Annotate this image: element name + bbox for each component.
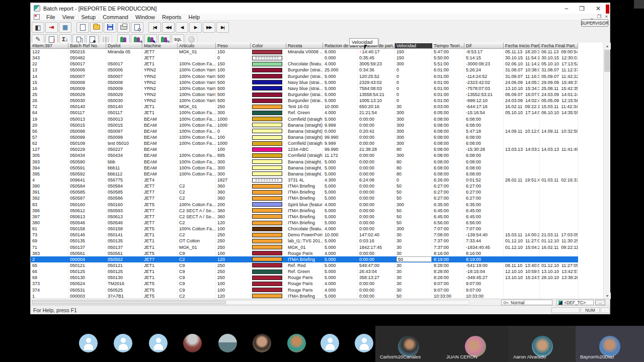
menu-item-setup[interactable]: Setup <box>77 14 99 20</box>
table-row[interactable]: 81050158050158JET5100% Cotton Fa...100Ch… <box>31 226 578 232</box>
print-preview-button[interactable] <box>131 22 143 33</box>
close-button[interactable]: ✕ <box>596 5 601 12</box>
table-row[interactable]: 4009641056775JET41827?????????3731 4L4.3… <box>31 177 578 183</box>
table-row[interactable]: 16050009050009YRN2100% Cotton Yarn500Nav… <box>31 85 578 92</box>
table-row[interactable]: 305050434050434BEAM100% Cotton Fa...895C… <box>31 152 578 158</box>
supervisor-button[interactable]: SUPERVISOR <box>581 19 608 27</box>
column-header-dif[interactable]: Dif <box>464 43 504 49</box>
table-row[interactable]: 393050590bbbBEAM100% Cotton Fa...300Bana… <box>31 159 578 165</box>
menu-item-help[interactable]: Help <box>185 14 204 20</box>
mdi-minimize-button[interactable]: _ <box>591 14 593 19</box>
table-row[interactable]: 380050546050546JET7C2120ITMA Briefing5.0… <box>31 220 578 226</box>
table-row[interactable]: 392050587050586JET7C2360ITMA Briefing5.0… <box>31 195 578 201</box>
column-header-fecha-final-part-[interactable]: Fecha Final Part.. <box>540 43 578 49</box>
participant-avatar-photo-teal-shirt[interactable] <box>287 334 306 352</box>
table-row[interactable]: 71050137050137JET1MGK_01250MGK_015.00018… <box>31 244 578 250</box>
table-row[interactable]: 69050135050135JET1OT Cotton250lab_t1::TV… <box>31 238 578 244</box>
menu-item-view[interactable]: View <box>59 14 78 20</box>
participant-avatar-photo-gray-hair[interactable] <box>183 334 202 352</box>
table-row[interactable]: 395050592bbb112BEAM100% Cotton Fa...300B… <box>31 171 578 177</box>
nav-prev-button[interactable]: ◀ <box>176 22 188 33</box>
column-header-machine[interactable]: Machine <box>142 43 178 49</box>
table-row[interactable]: 62050109test 05010BEAM100% Cotton Fa...1… <box>31 140 578 146</box>
table-row[interactable]: 127050229050227BEAM1001234-ABC99.99021:3… <box>31 146 578 152</box>
column-header-peso[interactable]: Peso <box>216 43 251 49</box>
table-row[interactable]: 26050030050030YRN2100% Cotton Yarn500Bur… <box>31 98 578 104</box>
participant-tile[interactable]: Aaron Alvarado <box>509 326 576 362</box>
table-row[interactable]: 122050215Miranda 05JET7MGK_01150Miranda … <box>31 49 578 55</box>
open-folder-button[interactable] <box>90 22 103 33</box>
participant-tile[interactable]: Bayron%20Diaz <box>576 326 644 362</box>
exit-button[interactable]: ⇥ <box>45 22 58 33</box>
table-row[interactable]: 397050613050613JET7C2 SECT A / Se...360I… <box>31 214 578 220</box>
table-row[interactable]: 68050130050130JET1C9250Rouge Paris5.0003… <box>31 275 578 281</box>
mdi-close-button[interactable]: × <box>605 14 608 19</box>
table-row[interactable]: 14050007050007YRN2100% Cotton Yarn500Bur… <box>31 73 578 79</box>
table-row[interactable]: 373050524TM2016JET5C9100Rouge Paris4.000… <box>31 281 578 287</box>
table-row[interactable]: 2000004050552JET7C2120ITMA Briefing5.000… <box>31 256 578 262</box>
menu-item-window[interactable]: Window <box>132 14 158 20</box>
table-row[interactable]: 391050585050585JET7C2360ITMA Briefing5.0… <box>31 189 578 195</box>
scroll-up-arrow[interactable]: ▲ <box>604 43 611 49</box>
save-button[interactable] <box>104 22 116 33</box>
menu-item-file[interactable]: File <box>43 14 59 20</box>
table-row[interactable]: 25050029050029YRN2100% Cotton Yarn500Bur… <box>31 92 578 98</box>
column-header-articulo[interactable]: Articulo <box>178 43 216 49</box>
table-row[interactable]: 57050099050099BEAM100% Cotton Fa...100Ba… <box>31 134 578 140</box>
menu-item-reports[interactable]: Reports <box>158 14 185 20</box>
title-bar[interactable]: Batch report - [REPORTE DE PRODUCCION] –… <box>31 3 610 14</box>
mode-combo[interactable]: Normal <box>501 300 552 305</box>
column-header-dyelot[interactable]: Dyelot <box>106 43 142 49</box>
scrollbar-thumb[interactable] <box>604 50 610 72</box>
column-header-receta[interactable]: Receta <box>286 43 323 49</box>
contrast-button[interactable]: ◧ <box>32 22 44 33</box>
menu-item-command[interactable]: Command <box>99 14 132 20</box>
table-row[interactable]: 20050015050015BEAM100% Cotton Fa...1000B… <box>31 122 578 128</box>
column-header-color[interactable]: Color <box>251 43 286 49</box>
print-button[interactable] <box>117 22 130 33</box>
table-row[interactable]: 390050584050584JET7C2360ITMA Briefing5.0… <box>31 183 578 189</box>
table-row[interactable]: 22050017050017JET1100% Cotton Fa...150Ch… <box>31 61 578 67</box>
new-document-button[interactable] <box>76 22 89 33</box>
horizontal-scrollbar-thumb[interactable] <box>32 301 226 304</box>
nav-first-button[interactable]: |◀ <box>148 22 161 33</box>
table-row[interactable]: 64050117050117JET1100% Cotton Fa...300Re… <box>31 110 578 116</box>
horizontal-scrollbar[interactable] <box>32 300 469 305</box>
table-row[interactable]: 73050146050141JET1C2250Demo PowerPoint10… <box>31 232 578 238</box>
participant-avatar-placeholder[interactable] <box>79 334 98 352</box>
participant-avatar-photo-harbor[interactable] <box>218 334 237 352</box>
participant-tile[interactable]: Carlos%20Canales <box>375 326 442 362</box>
column-header-fecha-inicio-part-[interactable]: Fecha Inicio Part.. <box>504 43 540 49</box>
def-tc-combo[interactable]: <DEF_TC> <box>556 300 594 305</box>
participant-avatar-placeholder[interactable] <box>149 334 168 352</box>
table-row[interactable]: 83050160050160JET5100% Cotton Fa...200Sp… <box>31 202 578 208</box>
column-header--item-397[interactable]: #Item:397 <box>31 43 68 49</box>
participant-avatar-placeholder[interactable] <box>114 334 132 352</box>
table-row[interactable]: 100000337A7B1JET5C2120ITMA Briefing5.000… <box>31 293 578 299</box>
mdi-restore-button[interactable]: ❒ <box>597 14 601 19</box>
nav-last-button[interactable]: ▶| <box>216 22 229 33</box>
table-row[interactable]: 13050006050006YRN2100% Cotton Yarn100Bur… <box>31 67 578 73</box>
table-row[interactable]: 19050013050013BEAM100% Cotton Fa...1000C… <box>31 116 578 122</box>
participant-avatar-placeholder[interactable] <box>355 334 373 352</box>
velocity-edit-box[interactable]: 50 <box>396 256 432 262</box>
table-row[interactable]: 383050561050561JET5C9100Rouge Paris4.000… <box>31 250 578 256</box>
table-row[interactable]: 343050482JET70?????????0.0000:35:451505:… <box>31 55 578 61</box>
column-header-velocidad[interactable]: Velocidad <box>395 43 432 49</box>
grid-button[interactable]: ▦ <box>59 22 71 33</box>
more-button[interactable]: ... <box>595 300 605 305</box>
table-row[interactable]: 65050121050121JET1C9250Ref. Red5.000549:… <box>31 262 578 268</box>
vertical-scrollbar[interactable]: ▲ ▼ <box>603 43 610 299</box>
maximize-button[interactable]: ❒ <box>579 5 585 12</box>
mdi-document-icon[interactable] <box>34 14 40 20</box>
table-row[interactable]: 56050098050097BEAM100% Cotton Fa...0Bana… <box>31 128 578 134</box>
participant-tile[interactable]: JUAN CERON <box>442 326 509 362</box>
nav-next-button[interactable]: ▶ <box>189 22 202 33</box>
participant-avatar-placeholder[interactable] <box>320 334 339 352</box>
nav-prev-fast-button[interactable]: ◀◀ <box>162 22 175 33</box>
participant-avatar-photo-glasses[interactable] <box>253 334 271 352</box>
table-row[interactable]: 394050591bbb11BEAM100% Cotton Fa...300Ba… <box>31 165 578 171</box>
column-header-tiempo-teori-[interactable]: Tiempo Teori...▲ <box>432 43 464 49</box>
table-row[interactable]: 374050531050525JET5C9100Rouge Paris4.000… <box>31 287 578 293</box>
table-row[interactable]: 72050140050140JET1MGK_01250Test 16-0210.… <box>31 104 578 110</box>
